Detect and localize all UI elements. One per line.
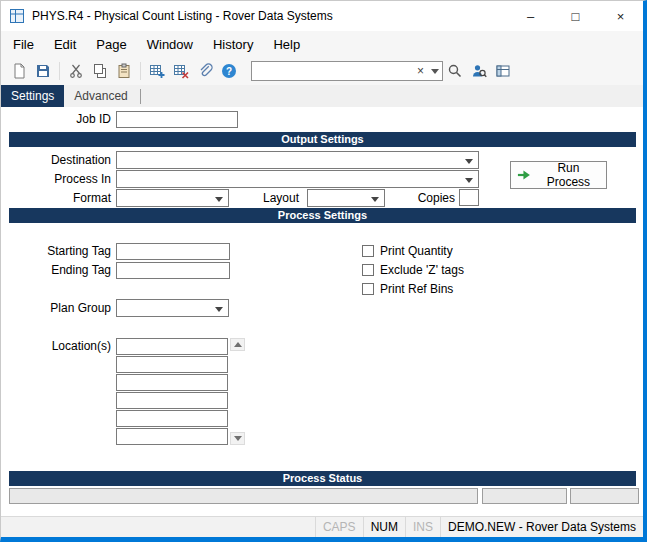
- status-bar: CAPS NUM INS DEMO.NEW - Rover Data Syste…: [1, 516, 643, 537]
- minimize-button[interactable]: –: [508, 1, 553, 31]
- copies-input[interactable]: [459, 189, 479, 206]
- close-button[interactable]: ×: [598, 1, 643, 31]
- run-process-button[interactable]: Run Process: [510, 161, 607, 189]
- print-quantity-checkbox[interactable]: Print Quantity: [362, 243, 453, 258]
- copies-label: Copies: [397, 191, 455, 206]
- search-button[interactable]: [443, 59, 467, 83]
- search-input[interactable]: [252, 64, 413, 78]
- session-label: DEMO.NEW - Rover Data Systems: [440, 517, 643, 537]
- cut-button[interactable]: [64, 59, 88, 83]
- print-ref-bins-label: Print Ref Bins: [380, 282, 453, 296]
- starting-tag-label: Starting Tag: [1, 244, 111, 259]
- paste-icon: [116, 63, 132, 79]
- run-arrow-icon: [517, 169, 531, 181]
- ending-tag-label: Ending Tag: [1, 263, 111, 278]
- person-search-icon: [471, 63, 487, 79]
- caps-indicator: CAPS: [315, 517, 363, 537]
- menu-bar: File Edit Page Window History Help: [1, 31, 643, 57]
- plan-group-select[interactable]: [116, 299, 229, 317]
- process-status-header: Process Status: [9, 471, 636, 486]
- checkbox-box[interactable]: [362, 283, 374, 295]
- plan-group-label: Plan Group: [1, 301, 111, 316]
- svg-text:?: ?: [226, 66, 232, 77]
- cut-icon: [68, 63, 84, 79]
- location-input-5[interactable]: [116, 410, 228, 427]
- starting-tag-input[interactable]: [116, 243, 230, 260]
- clear-search-icon[interactable]: ×: [413, 64, 428, 78]
- layout-select[interactable]: [307, 189, 385, 207]
- job-id-label: Job ID: [1, 112, 111, 127]
- app-window: PHYS.R4 - Physical Count Listing - Rover…: [0, 0, 647, 542]
- save-button[interactable]: [31, 59, 55, 83]
- ins-indicator: INS: [405, 517, 440, 537]
- run-process-label: Run Process: [537, 161, 600, 189]
- tab-strip: Settings Advanced: [1, 85, 643, 107]
- tab-settings[interactable]: Settings: [1, 85, 64, 107]
- locations-scroll-down-button[interactable]: [230, 432, 245, 445]
- save-icon: [35, 63, 51, 79]
- menu-history[interactable]: History: [203, 33, 263, 56]
- num-indicator: NUM: [363, 517, 405, 537]
- process-settings-header: Process Settings: [9, 208, 636, 223]
- table-view-button[interactable]: [491, 59, 515, 83]
- process-in-label: Process In: [1, 172, 111, 187]
- help-button[interactable]: ?: [217, 59, 241, 83]
- ending-tag-input[interactable]: [116, 262, 230, 279]
- layout-label: Layout: [231, 191, 299, 206]
- destination-select[interactable]: [116, 151, 479, 169]
- title-bar: PHYS.R4 - Physical Count Listing - Rover…: [1, 1, 643, 31]
- search-icon: [447, 63, 463, 79]
- table-view-icon: [495, 63, 511, 79]
- print-ref-bins-checkbox[interactable]: Print Ref Bins: [362, 281, 453, 296]
- format-select[interactable]: [116, 189, 229, 207]
- attachment-icon: [197, 63, 213, 79]
- window-title: PHYS.R4 - Physical Count Listing - Rover…: [32, 9, 508, 23]
- output-settings-header: Output Settings: [9, 132, 636, 147]
- menu-help[interactable]: Help: [263, 33, 310, 56]
- person-search-button[interactable]: [467, 59, 491, 83]
- job-id-input[interactable]: [116, 111, 238, 128]
- location-input-4[interactable]: [116, 392, 228, 409]
- insert-grid-icon: [149, 63, 165, 79]
- menu-edit[interactable]: Edit: [44, 33, 86, 56]
- checkbox-box[interactable]: [362, 245, 374, 257]
- location-input-1[interactable]: [116, 338, 228, 355]
- help-icon: ?: [221, 63, 237, 79]
- tab-divider: [140, 89, 141, 104]
- location-input-3[interactable]: [116, 374, 228, 391]
- insert-grid-button[interactable]: [145, 59, 169, 83]
- menu-page[interactable]: Page: [86, 33, 136, 56]
- toolbar: ? ×: [1, 57, 643, 85]
- format-label: Format: [1, 191, 111, 206]
- locations-label: Location(s): [1, 339, 111, 354]
- copy-icon: [92, 63, 108, 79]
- location-input-6[interactable]: [116, 428, 228, 445]
- process-in-select[interactable]: [116, 170, 479, 188]
- menu-file[interactable]: File: [3, 33, 44, 56]
- maximize-button[interactable]: □: [553, 1, 598, 31]
- settings-panel: Job ID Output Settings Destination Proce…: [1, 107, 643, 516]
- scroll-up-icon: [234, 338, 242, 347]
- tab-advanced[interactable]: Advanced: [64, 85, 137, 107]
- menu-window[interactable]: Window: [137, 33, 203, 56]
- delete-grid-button[interactable]: [169, 59, 193, 83]
- locations-scroll-up-button[interactable]: [230, 338, 245, 351]
- scroll-down-icon: [234, 436, 242, 445]
- delete-grid-icon: [173, 63, 189, 79]
- location-input-2[interactable]: [116, 356, 228, 373]
- new-document-icon: [11, 63, 27, 79]
- destination-label: Destination: [1, 153, 111, 168]
- process-status-field-3: [570, 488, 639, 504]
- checkbox-box[interactable]: [362, 264, 374, 276]
- copy-button[interactable]: [88, 59, 112, 83]
- paste-button[interactable]: [112, 59, 136, 83]
- exclude-z-tags-checkbox[interactable]: Exclude 'Z' tags: [362, 262, 464, 277]
- attachment-button[interactable]: [193, 59, 217, 83]
- new-document-button[interactable]: [7, 59, 31, 83]
- exclude-z-tags-label: Exclude 'Z' tags: [380, 263, 464, 277]
- search-box: ×: [251, 61, 443, 81]
- print-quantity-label: Print Quantity: [380, 244, 453, 258]
- toolbar-separator: [59, 62, 60, 80]
- search-dropdown-icon[interactable]: [428, 65, 442, 78]
- app-icon: [9, 8, 25, 24]
